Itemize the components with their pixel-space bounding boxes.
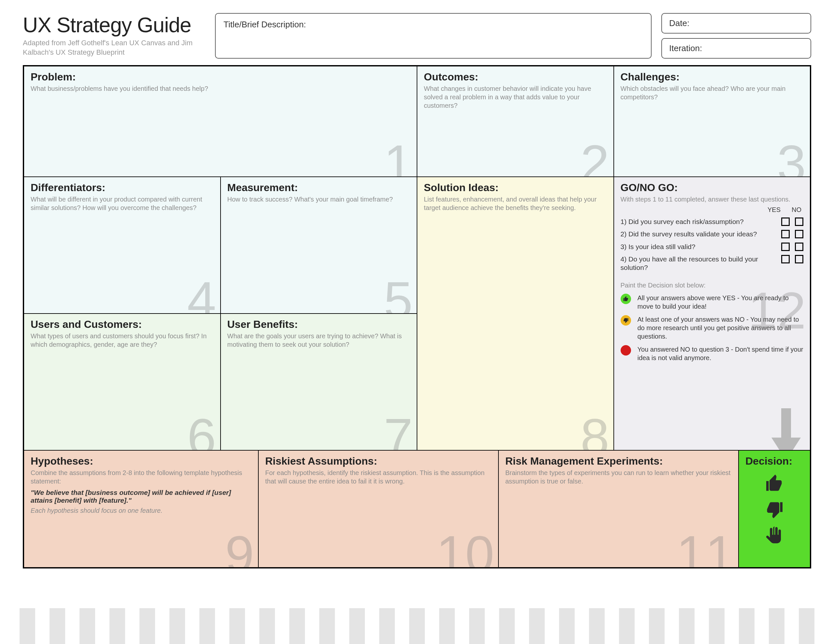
cell-number: 6 — [187, 411, 216, 450]
cell-desc: What are the goals your users are trying… — [227, 332, 411, 349]
cell-go-no-go[interactable]: GO/NO GO: With steps 1 to 11 completed, … — [614, 177, 811, 450]
legend-yellow: At least one of your answers was NO - Yo… — [638, 315, 804, 341]
cell-risk-management[interactable]: Risk Management Experiments: Brainstorm … — [498, 450, 739, 568]
cell-title: Risk Management Experiments: — [505, 455, 732, 467]
go-question-2: 2) Did the survey results validate your … — [621, 230, 776, 238]
cell-desc: Combine the assumptions from 2-8 into th… — [31, 468, 252, 486]
cell-number: 3 — [777, 137, 806, 177]
cell-desc: For each hypothesis, identify the riskie… — [265, 468, 491, 486]
cell-number: 5 — [384, 274, 413, 313]
legend-green: All your answers above were YES - You ar… — [638, 294, 804, 311]
cell-desc: Brainstorm the types of experiments you … — [505, 468, 732, 486]
cell-title: Problem: — [31, 71, 410, 83]
cell-differentiators[interactable]: Differentiators: What will be different … — [24, 177, 221, 313]
cell-number: 4 — [187, 274, 216, 313]
cell-title: Riskiest Assumptions: — [265, 455, 491, 467]
cell-measurement[interactable]: Measurement: How to track success? What'… — [221, 177, 417, 313]
title-block: UX Strategy Guide Adapted from Jeff Goth… — [23, 13, 205, 59]
cell-title: GO/NO GO: — [621, 182, 804, 194]
yes-header: YES — [768, 206, 781, 213]
checkbox-q3-no[interactable] — [795, 242, 803, 251]
subtitle: Adapted from Jeff Gothelf's Lean UX Canv… — [23, 39, 205, 57]
arrow-down-icon — [771, 408, 801, 450]
go-question-3: 3) Is your idea still valid? — [621, 242, 776, 251]
description-field[interactable]: Title/Brief Description: — [215, 13, 651, 59]
go-question-4: 4) Do you have all the resources to buil… — [621, 255, 776, 272]
footer-stripes — [0, 608, 834, 644]
checkbox-q1-yes[interactable] — [781, 218, 790, 226]
header-row: UX Strategy Guide Adapted from Jeff Goth… — [23, 13, 811, 59]
cell-desc: With steps 1 to 11 completed, answer the… — [621, 195, 804, 203]
cell-title: Challenges: — [621, 71, 804, 83]
checkbox-q2-no[interactable] — [795, 230, 803, 238]
cell-challenges[interactable]: Challenges: Which obstacles will you fac… — [614, 66, 811, 177]
cell-title: Outcomes: — [424, 71, 607, 83]
cell-number: 8 — [580, 411, 609, 450]
cell-desc: What will be different in your product c… — [31, 195, 214, 212]
checkbox-q4-no[interactable] — [795, 255, 803, 263]
cell-desc: List features, enhancement, and overall … — [424, 195, 607, 212]
checkbox-q2-yes[interactable] — [781, 230, 790, 238]
cell-desc: Which obstacles will you face ahead? Who… — [621, 84, 804, 101]
date-field[interactable]: Date: — [661, 13, 811, 34]
cell-number: 9 — [225, 528, 254, 568]
canvas-grid: Problem: What business/problems have you… — [23, 65, 811, 568]
date-label: Date: — [669, 18, 689, 28]
cell-title: Measurement: — [227, 182, 411, 194]
cell-number: 11 — [676, 528, 734, 568]
thumbs-up-icon — [621, 294, 631, 304]
thumbs-down-icon — [764, 500, 784, 519]
cell-solution-ideas[interactable]: Solution Ideas: List features, enhanceme… — [417, 177, 614, 450]
description-label: Title/Brief Description: — [223, 19, 306, 29]
iteration-label: Iteration: — [669, 43, 702, 53]
paint-instruction: Paint the Decision slot below: — [621, 282, 804, 289]
cell-riskiest-assumptions[interactable]: Riskiest Assumptions: For each hypothesi… — [259, 450, 498, 568]
cell-title: Decision: — [745, 455, 803, 467]
cell-decision[interactable]: Decision: — [739, 450, 810, 568]
cell-desc: What business/problems have you identifi… — [31, 84, 410, 93]
cell-desc: What types of users and customers should… — [31, 332, 214, 349]
cell-user-benefits[interactable]: User Benefits: What are the goals your u… — [221, 313, 417, 450]
go-question-1: 1) Did you survey each risk/assumption? — [621, 218, 776, 226]
stop-icon — [621, 345, 631, 355]
legend-red: You answered NO to question 3 - Don't sp… — [638, 345, 804, 362]
cell-title: Hypotheses: — [31, 455, 252, 467]
cell-outcomes[interactable]: Outcomes: What changes in customer behav… — [417, 66, 614, 177]
cell-title: User Benefits: — [227, 318, 411, 331]
checkbox-q3-yes[interactable] — [781, 242, 790, 251]
cell-title: Differentiators: — [31, 182, 214, 194]
cell-number: 1 — [384, 137, 413, 177]
cell-title: Solution Ideas: — [424, 182, 607, 194]
cell-title: Users and Customers: — [31, 318, 214, 331]
main-title: UX Strategy Guide — [23, 13, 205, 37]
cell-number: 2 — [580, 137, 609, 177]
cell-desc: What changes in customer behavior will i… — [424, 84, 607, 110]
cell-desc: How to track success? What's your main g… — [227, 195, 411, 203]
cell-problem[interactable]: Problem: What business/problems have you… — [24, 66, 417, 177]
hand-stop-icon — [764, 526, 784, 546]
no-header: NO — [792, 206, 802, 213]
iteration-field[interactable]: Iteration: — [661, 38, 811, 59]
thumbs-down-icon — [621, 315, 631, 326]
cell-number: 7 — [384, 411, 413, 450]
checkbox-q1-no[interactable] — [795, 218, 803, 226]
cell-users-customers[interactable]: Users and Customers: What types of users… — [24, 313, 221, 450]
cell-hypotheses[interactable]: Hypotheses: Combine the assumptions from… — [24, 450, 259, 568]
hypothesis-template: "We believe that [business outcome] will… — [31, 489, 252, 504]
hypothesis-note: Each hypothesis should focus on one feat… — [31, 507, 252, 515]
thumbs-up-icon — [764, 474, 784, 493]
cell-number: 10 — [436, 528, 494, 568]
checkbox-q4-yes[interactable] — [781, 255, 790, 263]
